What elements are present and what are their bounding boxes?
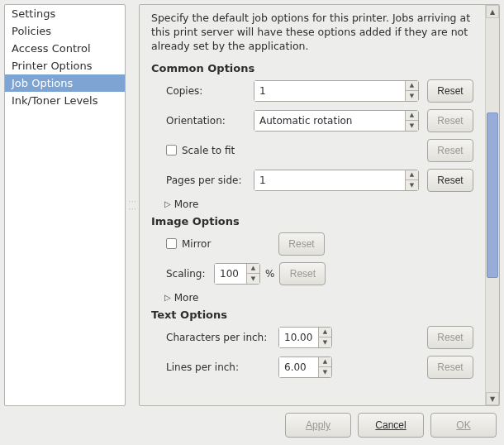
image-more-expander[interactable]: ▷ More (164, 292, 473, 304)
chevron-down-icon[interactable]: ▼ (247, 273, 259, 284)
image-options-heading: Image Options (151, 215, 473, 227)
scroll-up-button[interactable]: ▲ (486, 5, 499, 18)
ok-button: OK (430, 413, 497, 438)
more-label: More (174, 199, 199, 210)
scaling-row: Scaling: 100 ▲ ▼ % Reset (166, 262, 473, 285)
sidebar-item-settings[interactable]: Settings (5, 5, 125, 22)
lpi-reset-button: Reset (427, 356, 473, 379)
mirror-reset-button: Reset (278, 232, 325, 256)
cpi-spinner[interactable]: 10.00 ▲ ▼ (278, 327, 332, 348)
cpi-row: Characters per inch: 10.00 ▲ ▼ Reset (166, 326, 473, 349)
chevron-up-icon[interactable]: ▲ (406, 81, 418, 91)
orientation-combo[interactable]: Automatic rotation ▲ ▼ (254, 110, 419, 132)
copies-row: Copies: 1 ▲ ▼ Reset (166, 79, 473, 103)
checkbox-box-icon[interactable] (166, 238, 177, 249)
vertical-scrollbar[interactable]: ▲ ▼ (485, 5, 499, 405)
sidebar-item-printer-options[interactable]: Printer Options (5, 57, 125, 74)
sidebar-item-access-control[interactable]: Access Control (5, 40, 125, 57)
copies-label: Copies: (166, 85, 249, 97)
checkbox-box-icon[interactable] (166, 145, 177, 156)
more-label: More (174, 292, 199, 304)
description-text: Specify the default job options for this… (151, 12, 473, 54)
chevron-down-icon[interactable]: ▼ (406, 179, 418, 190)
mirror-checkbox[interactable]: Mirror (166, 238, 273, 250)
triangle-right-icon: ▷ (164, 293, 171, 302)
chevron-up-icon[interactable]: ▲ (247, 264, 259, 274)
cpi-reset-button: Reset (427, 326, 473, 349)
scaling-label: Scaling: (166, 268, 209, 280)
chevron-down-icon[interactable]: ▼ (406, 120, 418, 131)
lpi-value[interactable]: 6.00 (279, 357, 318, 377)
cpi-value[interactable]: 10.00 (279, 328, 318, 347)
lpi-row: Lines per inch: 6.00 ▲ ▼ Reset (166, 356, 473, 379)
chevron-up-icon[interactable]: ▲ (406, 170, 418, 180)
pages-per-side-value: 1 (254, 170, 405, 190)
sidebar: Settings Policies Access Control Printer… (4, 4, 126, 406)
scaling-value[interactable]: 100 (215, 264, 246, 284)
mirror-label: Mirror (182, 238, 211, 250)
chevron-up-icon[interactable]: ▲ (319, 357, 331, 367)
lpi-label: Lines per inch: (166, 361, 273, 373)
sidebar-item-policies[interactable]: Policies (5, 22, 125, 40)
common-options-body: Copies: 1 ▲ ▼ Reset Orientation: (151, 79, 473, 210)
scaling-spinner[interactable]: 100 ▲ ▼ (214, 263, 260, 285)
sidebar-item-job-options[interactable]: Job Options (5, 74, 125, 92)
pages-per-side-row: Pages per side: 1 ▲ ▼ Reset (166, 169, 473, 192)
sidebar-item-ink-toner[interactable]: Ink/Toner Levels (5, 92, 125, 109)
chevron-down-icon[interactable]: ▼ (319, 337, 331, 347)
orientation-value: Automatic rotation (254, 111, 405, 131)
scroll-thumb[interactable] (487, 112, 498, 278)
scale-to-fit-label: Scale to fit (182, 145, 235, 156)
orientation-label: Orientation: (166, 115, 249, 127)
common-options-heading: Common Options (151, 62, 473, 74)
main-panel: Specify the default job options for this… (139, 4, 500, 406)
orientation-reset-button: Reset (427, 109, 473, 132)
copies-value[interactable]: 1 (254, 81, 405, 101)
scroll-down-button[interactable]: ▼ (486, 392, 499, 405)
copies-reset-button[interactable]: Reset (427, 79, 473, 103)
mirror-row: Mirror Reset (166, 232, 473, 256)
scaling-reset-button: Reset (279, 262, 326, 285)
pages-per-side-combo[interactable]: 1 ▲ ▼ (254, 170, 419, 191)
text-options-heading: Text Options (151, 309, 473, 321)
text-options-body: Characters per inch: 10.00 ▲ ▼ Reset L (151, 326, 473, 379)
orientation-row: Orientation: Automatic rotation ▲ ▼ Rese… (166, 109, 473, 132)
cpi-label: Characters per inch: (166, 332, 273, 343)
scale-to-fit-checkbox[interactable]: Scale to fit (166, 145, 419, 156)
main-content: Specify the default job options for this… (140, 5, 485, 405)
content-area: Settings Policies Access Control Printer… (4, 4, 500, 406)
scaling-unit: % (265, 268, 274, 280)
printer-properties-window: Settings Policies Access Control Printer… (0, 0, 504, 445)
scale-to-fit-reset-button: Reset (427, 139, 473, 162)
scale-to-fit-row: Scale to fit Reset (166, 139, 473, 162)
chevron-down-icon[interactable]: ▼ (406, 90, 418, 101)
copies-spinner[interactable]: 1 ▲ ▼ (254, 80, 419, 102)
dialog-footer: Apply Cancel OK (4, 406, 500, 441)
lpi-spinner[interactable]: 6.00 ▲ ▼ (278, 356, 332, 378)
pane-resize-grip[interactable]: ⋮⋮ (129, 4, 136, 406)
triangle-right-icon: ▷ (164, 199, 171, 208)
pages-per-side-label: Pages per side: (166, 175, 249, 186)
chevron-up-icon[interactable]: ▲ (319, 328, 331, 337)
chevron-down-icon[interactable]: ▼ (319, 366, 331, 377)
image-options-body: Mirror Reset Scaling: 100 ▲ ▼ (151, 232, 473, 304)
chevron-up-icon[interactable]: ▲ (406, 111, 418, 121)
common-more-expander[interactable]: ▷ More (164, 199, 473, 210)
cancel-button[interactable]: Cancel (358, 413, 424, 438)
apply-button: Apply (285, 413, 351, 438)
pages-per-side-reset-button[interactable]: Reset (427, 169, 473, 192)
